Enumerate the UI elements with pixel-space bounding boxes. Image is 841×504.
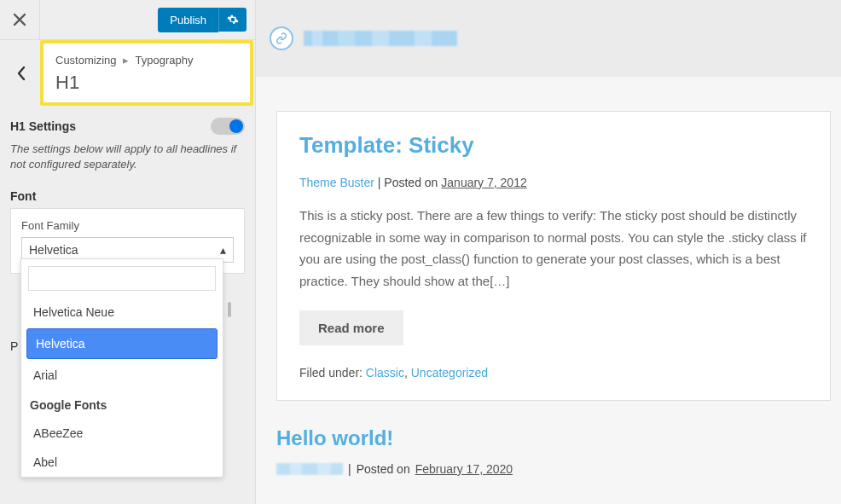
font-option-helvetica-neue[interactable]: Helvetica Neue [21, 298, 223, 327]
read-more-button[interactable]: Read more [299, 310, 403, 345]
h1-settings-title: H1 Settings [10, 119, 76, 133]
gear-icon [227, 14, 239, 26]
post-title[interactable]: Hello world! [276, 426, 831, 450]
h1-settings-description: The settings below will apply to all hea… [10, 142, 245, 172]
breadcrumb-panel: Customizing ▸ Typography H1 [40, 40, 253, 106]
site-icon[interactable] [270, 26, 293, 50]
post-title[interactable]: Template: Sticky [299, 132, 808, 159]
scrollbar-thumb[interactable] [228, 302, 231, 317]
font-search-input[interactable] [28, 266, 216, 291]
post-date-link[interactable]: January 7, 2012 [441, 176, 526, 189]
toggle-knob [229, 119, 243, 133]
post-categories: Filed under: Classic, Uncategorized [299, 366, 808, 379]
chevron-right-icon: ▸ [123, 54, 129, 67]
font-family-value: Helvetica [29, 243, 78, 257]
post-author-blurred[interactable] [276, 463, 343, 475]
post-card: Template: Sticky Theme Buster | Posted o… [276, 111, 831, 401]
publish-settings-button[interactable] [218, 8, 246, 32]
breadcrumb-parent: Typography [136, 54, 194, 67]
posted-on-label: Posted on [384, 176, 438, 189]
post-meta: | Posted on February 17, 2020 [276, 462, 831, 476]
h1-settings-toggle[interactable] [211, 118, 245, 135]
publish-button[interactable]: Publish [158, 8, 218, 32]
font-option-abeezee[interactable]: ABeeZee [21, 419, 223, 448]
page-title: H1 [55, 72, 238, 94]
meta-separator: | [348, 462, 351, 476]
category-link[interactable]: Uncategorized [411, 366, 488, 379]
font-family-dropdown: Helvetica Neue Helvetica Arial Google Fo… [20, 258, 223, 478]
truncated-label: P [10, 339, 18, 353]
posted-on-label: Posted on [357, 462, 410, 476]
link-icon [276, 32, 287, 44]
site-title-blurred[interactable] [304, 31, 457, 46]
post-meta: Theme Buster | Posted on January 7, 2012 [299, 176, 808, 189]
post-excerpt: This is a sticky post. There are a few t… [299, 205, 808, 292]
category-link[interactable]: Classic [366, 366, 404, 379]
breadcrumb: Customizing ▸ Typography [55, 54, 238, 67]
site-preview: Template: Sticky Theme Buster | Posted o… [256, 0, 841, 504]
filed-under-label: Filed under: [299, 366, 362, 379]
preview-header [256, 0, 841, 77]
font-label: Font [0, 181, 255, 208]
chevron-up-icon: ▴ [220, 243, 226, 257]
close-button[interactable] [0, 0, 40, 40]
font-option-abel[interactable]: Abel [21, 448, 223, 477]
font-family-label: Font Family [21, 219, 234, 232]
font-option-helvetica[interactable]: Helvetica [26, 328, 218, 359]
breadcrumb-root: Customizing [55, 54, 117, 67]
back-button[interactable] [4, 56, 38, 90]
post-date-link[interactable]: February 17, 2020 [415, 462, 513, 476]
font-option-arial[interactable]: Arial [21, 361, 223, 390]
post-author-link[interactable]: Theme Buster [299, 176, 374, 189]
font-group-google: Google Fonts [21, 390, 223, 419]
